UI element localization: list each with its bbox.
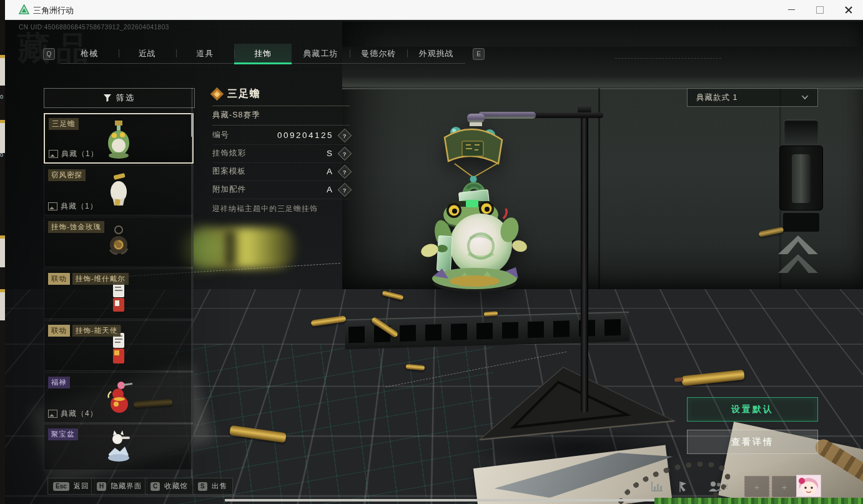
- set-default-button[interactable]: 设置默认: [687, 397, 818, 422]
- item-name-badge: 窃风密探: [48, 169, 86, 181]
- empty-slot-button[interactable]: +: [744, 476, 769, 497]
- details-header: 三足蟾: [212, 86, 350, 106]
- image-icon: [49, 150, 58, 158]
- empty-slot-button[interactable]: +: [772, 476, 797, 497]
- minimize-button[interactable]: [777, 0, 806, 19]
- stats-button[interactable]: [648, 479, 666, 494]
- window-titlebar: 三角洲行动: [0, 0, 863, 20]
- attachment-grade: A: [327, 185, 333, 194]
- window-title: 三角洲行动: [33, 5, 74, 16]
- tab-charms[interactable]: 挂饰: [234, 44, 292, 63]
- player-avatar[interactable]: [796, 475, 821, 497]
- list-item-nengtianshi[interactable]: 联动 挂饰-能天使: [44, 320, 194, 371]
- avatar-image: [797, 475, 821, 497]
- background-strip: [225, 499, 657, 502]
- list-item-jubaopen[interactable]: 聚宝盆: [44, 424, 194, 470]
- category-tabs: 枪械 近战 道具 挂饰 典藏工坊 曼德尔砖 外观挑战: [61, 44, 465, 64]
- collab-badge: 联动: [48, 273, 70, 285]
- charm-title: 三足蟾: [227, 87, 261, 101]
- detail-row-pattern: 图案模板 A ?: [212, 162, 350, 181]
- collection-count: 典藏（1）: [48, 201, 98, 212]
- rarity-gem-icon: [210, 87, 224, 100]
- background-grass-strip: [654, 498, 863, 504]
- item-name-badge: 挂饰-维什戴尔: [72, 273, 129, 285]
- help-icon[interactable]: ?: [338, 182, 352, 197]
- tab-mandel-brick[interactable]: 曼德尔砖: [350, 44, 408, 63]
- help-icon[interactable]: ?: [338, 128, 352, 142]
- list-item-fulu[interactable]: 福禄 典藏（4）: [44, 372, 194, 423]
- s-key-badge: S: [198, 482, 207, 491]
- h-key-badge: H: [97, 482, 106, 491]
- pattern-grade: A: [327, 167, 333, 176]
- filter-button[interactable]: 筛选: [44, 88, 195, 108]
- image-icon: [48, 410, 57, 418]
- friends-count: 2: [724, 483, 728, 490]
- hotkey-back[interactable]: Esc返回: [47, 478, 95, 495]
- tab-guns[interactable]: 枪械: [61, 44, 119, 63]
- app-logo-icon: [19, 4, 29, 15]
- report-button[interactable]: [674, 479, 692, 494]
- tab-items[interactable]: 道具: [176, 44, 234, 63]
- scrollbar-thumb[interactable]: [191, 113, 193, 137]
- item-name-badge: 三足蟾: [49, 118, 79, 130]
- hotkey-sell[interactable]: S出售: [192, 478, 233, 495]
- tab-prev-key-badge[interactable]: Q: [43, 48, 55, 60]
- style-dropdown[interactable]: 典藏款式 1: [687, 88, 818, 107]
- plus-icon: +: [754, 482, 760, 492]
- bar-chart-icon: [651, 481, 663, 492]
- filter-icon: [104, 94, 111, 102]
- flag-icon: [677, 480, 689, 493]
- tab-collection-workshop[interactable]: 典藏工坊: [292, 44, 350, 63]
- help-icon[interactable]: ?: [338, 146, 352, 161]
- finish-grade: S: [327, 149, 333, 158]
- item-name-badge: 聚宝盆: [48, 428, 78, 440]
- season-label: 典藏-S8赛季: [212, 110, 350, 126]
- tab-appearance-challenge[interactable]: 外观挑战: [407, 44, 465, 63]
- collab-badge: 联动: [48, 325, 70, 337]
- list-item-wind-spy[interactable]: 窃风密探 典藏（1）: [44, 165, 194, 215]
- list-scrollbar[interactable]: [191, 88, 193, 485]
- detail-row-serial: 编号 009204125 ?: [212, 126, 350, 145]
- detail-row-finish: 挂饰炫彩 S ?: [212, 144, 350, 163]
- background-window-edge: 0 0: [0, 0, 5, 504]
- chevron-down-icon: [801, 96, 809, 100]
- collection-count: 典藏（1）: [49, 149, 99, 159]
- tab-next-key-badge[interactable]: E: [473, 48, 485, 60]
- collection-count: 典藏（4）: [48, 408, 98, 419]
- charm-description: 迎祥纳福主题中的三足蟾挂饰: [212, 204, 356, 214]
- tab-melee[interactable]: 近战: [119, 44, 177, 63]
- hotkey-hide-ui[interactable]: H隐藏界面: [91, 478, 147, 495]
- close-icon: [845, 6, 852, 14]
- list-item-etched-gold-rose[interactable]: 挂饰-蚀金玫瑰: [44, 217, 194, 267]
- item-name-badge: 挂饰-蚀金玫瑰: [48, 221, 104, 233]
- people-icon: [708, 481, 722, 492]
- hotkey-collection-hall[interactable]: C收藏馆: [145, 478, 194, 495]
- esc-key-badge: Esc: [53, 482, 69, 491]
- minimize-icon: [788, 9, 795, 10]
- plus-icon: +: [782, 482, 787, 492]
- image-icon: [48, 202, 57, 210]
- list-item-three-legged-toad[interactable]: 三足蟾 典藏（1）: [44, 113, 194, 164]
- game-window: CN UID:45068806845758673912_202604041803…: [0, 0, 863, 504]
- view-details-button[interactable]: 查看详情: [687, 430, 818, 454]
- serial-number: 009204125: [277, 131, 333, 140]
- item-name-badge: 福禄: [48, 377, 70, 388]
- list-item-vishdel[interactable]: 联动 挂饰-维什戴尔: [44, 269, 194, 319]
- close-button[interactable]: [834, 0, 863, 19]
- c-key-badge: C: [150, 482, 160, 491]
- maximize-icon: [816, 6, 824, 14]
- help-icon[interactable]: ?: [338, 164, 352, 179]
- item-name-badge: 挂饰-能天使: [72, 325, 121, 337]
- maximize-button[interactable]: [806, 0, 834, 19]
- friends-button[interactable]: 2: [704, 479, 732, 494]
- detail-row-attachment: 附加配件 A ?: [212, 180, 350, 199]
